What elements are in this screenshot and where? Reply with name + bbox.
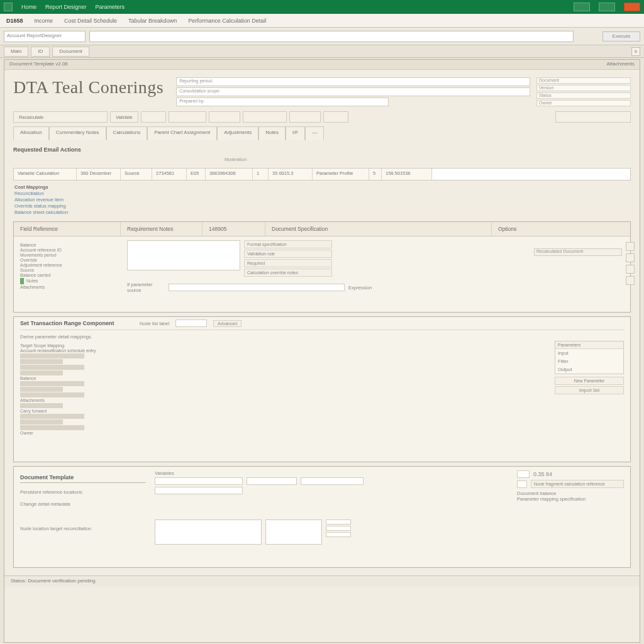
toolbar-validate-button[interactable]: Validate (110, 111, 138, 123)
subtab-close-icon[interactable]: × (631, 47, 640, 56)
link-2[interactable]: Override status mapping (14, 203, 631, 209)
p2-l-14[interactable] (20, 419, 127, 425)
sect-tab-3[interactable]: Parent Chart Assignment (147, 126, 217, 140)
p1-ll-7[interactable]: Notes (26, 279, 38, 283)
p1-ll-5[interactable]: Source (20, 268, 121, 272)
p2-side-btn1[interactable]: New Parameter (555, 377, 624, 385)
p2-l-2[interactable] (20, 353, 127, 358)
window-close-button[interactable] (624, 3, 640, 11)
p3-right-box[interactable]: Node fragment calculation reference (531, 480, 624, 488)
p1-head-1[interactable]: Requirement Notes (121, 222, 203, 236)
data-row[interactable]: Variable Calculation 360 December Source… (13, 168, 631, 180)
ribbon-tab-parameters[interactable]: Parameters (96, 4, 125, 10)
p3-mid-field-d[interactable] (155, 487, 243, 494)
sect-tab-7[interactable]: — (305, 126, 324, 140)
execute-button[interactable]: Execute (602, 31, 640, 42)
subtab-main[interactable]: Main (4, 47, 28, 57)
p2-l-11[interactable] (20, 403, 127, 408)
p2-l-3[interactable] (20, 359, 127, 364)
p2-l-16[interactable]: Owner (20, 431, 127, 435)
p2-l-10[interactable]: Attachments (20, 398, 127, 402)
title-field-0[interactable]: Reporting period: (176, 77, 530, 86)
p1-ll-2[interactable]: Movements period (20, 253, 121, 257)
sect-tab-5[interactable]: Notes (258, 126, 286, 140)
p3-right-check[interactable] (517, 480, 527, 488)
doc-tab-1[interactable]: Cost Detail Schedule (64, 18, 117, 24)
link-0[interactable]: Reconciliation (14, 191, 631, 196)
p1-head-2[interactable]: 148905 (203, 222, 265, 236)
toolbar-recalc-button[interactable]: Recalculate (13, 111, 108, 123)
p2-l-15[interactable] (20, 425, 127, 430)
window-max-button[interactable] (599, 3, 615, 11)
p1-row-field[interactable] (169, 284, 345, 291)
p1-head-3[interactable]: Document Specification (265, 222, 492, 236)
p2-side-r0[interactable]: Input (555, 349, 623, 357)
toolbar-button-a[interactable] (141, 111, 166, 123)
sect-tab-2[interactable]: Calculations (106, 126, 148, 140)
title-field-1[interactable]: Consolidation scope: (176, 87, 530, 96)
toolbar-button-e[interactable] (289, 111, 321, 123)
p1-ll-3[interactable]: Override (20, 258, 121, 262)
p2-l-13[interactable] (20, 414, 127, 419)
window-min-button[interactable] (574, 3, 590, 11)
p1-ll-1[interactable]: Account reference ID (20, 248, 121, 252)
sect-tab-0[interactable]: Allocation (13, 126, 49, 140)
p3-bottom-card-b[interactable] (265, 519, 322, 545)
subtab-document[interactable]: Document (52, 47, 89, 57)
p2-l-4[interactable] (20, 365, 127, 370)
p1-ll-6[interactable]: Balance carried (20, 273, 121, 277)
sect-tab-1[interactable]: Commentary Notes (49, 126, 106, 140)
p2-l-5[interactable] (20, 370, 127, 375)
p3-mid-field-c[interactable] (301, 477, 364, 485)
toolbar-button-c[interactable] (209, 111, 240, 123)
p2-l-6[interactable]: Balance (20, 376, 127, 380)
p2-field-input[interactable] (175, 319, 207, 327)
subtab-id[interactable]: ID (31, 47, 50, 57)
app-icon[interactable] (4, 3, 13, 11)
p3-mid-field-a[interactable] (155, 477, 243, 485)
p1-ll-4[interactable]: Adjustment reference (20, 263, 121, 267)
sect-tab-4[interactable]: Adjustments (217, 126, 258, 140)
link-1[interactable]: Allocation revenue item (14, 197, 631, 203)
p1-card-blank[interactable] (127, 240, 240, 270)
stack-icon-3[interactable] (626, 276, 635, 285)
toolbar-button-d[interactable] (243, 111, 287, 123)
p3-mid-field-b[interactable] (247, 477, 297, 485)
p1-head-4[interactable]: Options (492, 222, 630, 236)
right-badge-0[interactable]: Recalculated Document (534, 248, 622, 256)
p2-side-r1[interactable]: Filter (555, 357, 623, 365)
stack-icon-1[interactable] (626, 253, 635, 262)
p1-ll-0[interactable]: Balance (20, 243, 121, 247)
p3-right-icon[interactable] (517, 470, 530, 478)
toolbar-button-b[interactable] (169, 111, 206, 123)
doc-header-right[interactable]: Attachments (607, 61, 635, 68)
p2-l-9[interactable] (20, 392, 127, 397)
p2-side-r2[interactable]: Output (555, 365, 623, 374)
doc-tab-0[interactable]: Income (35, 18, 53, 24)
sect-tab-6[interactable]: I/F (286, 126, 305, 140)
p2-l-0[interactable]: Target Scope Mapping (20, 343, 127, 348)
p1-head-0[interactable]: Field Reference (14, 222, 121, 236)
stack-icon-2[interactable] (626, 265, 635, 274)
ribbon-tab-designer[interactable]: Report Designer (45, 4, 87, 10)
p2-l-12[interactable]: Carry forward (20, 409, 127, 413)
p1-ll-8[interactable]: Attachments (20, 285, 121, 289)
p3-bottom-card-a[interactable] (155, 519, 262, 545)
p2-l-7[interactable] (20, 381, 127, 386)
toolbar-button-right[interactable] (555, 111, 631, 123)
p2-l-1[interactable]: Account reclassification schedule entry (20, 348, 127, 353)
ribbon-tab-home[interactable]: Home (21, 4, 36, 10)
linkblock-header: Cost Mappings (14, 184, 631, 190)
name-box[interactable]: Account ReportDesigner (4, 31, 86, 42)
link-3[interactable]: Balance sheet calculation (14, 209, 631, 215)
p2-side-btn2[interactable]: Import Set (555, 386, 624, 394)
title-field-2[interactable]: Prepared by: (176, 97, 389, 106)
toolbar-button-f[interactable] (323, 111, 348, 123)
stack-icon-0[interactable] (626, 242, 635, 251)
formula-bar[interactable] (89, 31, 574, 42)
doc-id[interactable]: D1658 (6, 18, 23, 24)
doc-tab-3[interactable]: Performance Calculation Detail (188, 18, 266, 24)
p2-l-8[interactable] (20, 387, 127, 392)
p2-chip[interactable]: Advanced (213, 320, 242, 327)
doc-tab-2[interactable]: Tabular Breakdown (128, 18, 177, 24)
